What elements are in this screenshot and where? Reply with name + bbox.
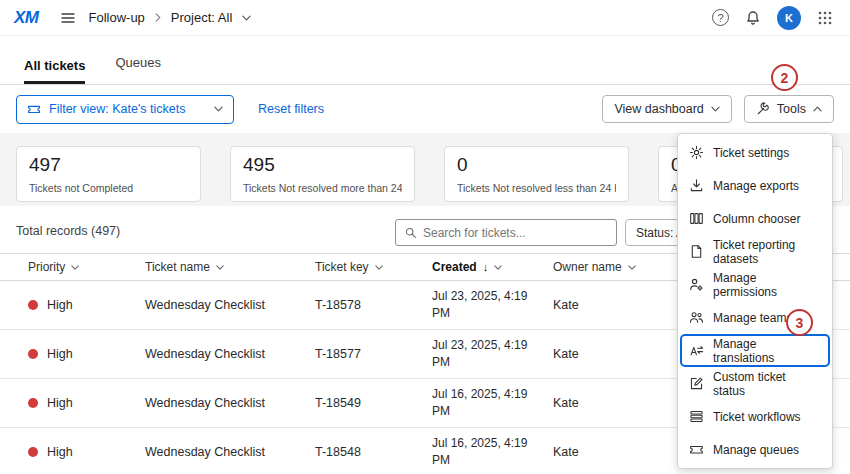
topbar: XM Follow-up Project: All ? K bbox=[0, 0, 850, 36]
gear-icon bbox=[689, 145, 704, 160]
priority-high-dot bbox=[28, 398, 38, 408]
menu-item-label: Ticket reporting datasets bbox=[713, 238, 821, 266]
chevron-up-icon bbox=[813, 106, 822, 112]
search-icon bbox=[404, 226, 417, 239]
created-cell: Jul 23, 2025, 4:19 PM bbox=[432, 288, 538, 322]
stat-label: Tickets Not resolved less than 24 hours bbox=[457, 182, 616, 194]
notifications-bell-icon[interactable] bbox=[742, 7, 764, 29]
tools-button[interactable]: Tools bbox=[744, 95, 834, 123]
menu-item-manage-translations[interactable]: Manage translations bbox=[680, 334, 830, 367]
priority-high-dot bbox=[28, 447, 38, 457]
menu-item-manage-exports[interactable]: Manage exports bbox=[678, 169, 832, 202]
user-avatar[interactable]: K bbox=[777, 6, 801, 30]
created-cell: Jul 23, 2025, 4:19 PM bbox=[432, 337, 538, 371]
menu-item-label: Manage teams bbox=[713, 311, 792, 325]
chevron-down-icon bbox=[494, 265, 502, 270]
column-label: Created bbox=[432, 260, 477, 274]
view-dashboard-button[interactable]: View dashboard bbox=[602, 95, 731, 123]
view-dashboard-label: View dashboard bbox=[614, 102, 703, 116]
chevron-down-icon bbox=[71, 265, 79, 270]
column-header-priority[interactable]: Priority bbox=[28, 260, 145, 274]
search-box bbox=[395, 219, 617, 246]
column-header-created[interactable]: Created ↓ bbox=[432, 260, 553, 274]
menu-item-ticket-reporting-datasets[interactable]: Ticket reporting datasets bbox=[678, 235, 832, 268]
chevron-down-icon bbox=[375, 265, 383, 270]
menu-item-label: Manage translations bbox=[713, 337, 821, 365]
annotation-step-3: 3 bbox=[786, 309, 813, 336]
priority-value: High bbox=[47, 445, 73, 459]
menu-item-label: Custom ticket status bbox=[713, 370, 821, 398]
chevron-down-icon bbox=[628, 265, 636, 270]
chevron-down-icon bbox=[216, 265, 224, 270]
column-header-ticket-name[interactable]: Ticket name bbox=[145, 260, 315, 274]
ticketing-app: XM Follow-up Project: All ? K bbox=[0, 0, 850, 474]
document-icon bbox=[689, 244, 704, 259]
priority-value: High bbox=[47, 298, 73, 312]
stat-card-not-resolved-more-24h: 495 Tickets Not resolved more than 24 ho… bbox=[230, 146, 415, 202]
menu-item-column-chooser[interactable]: Column chooser bbox=[678, 202, 832, 235]
chevron-down-icon bbox=[214, 106, 223, 112]
tools-label: Tools bbox=[777, 102, 806, 116]
tab-all-tickets[interactable]: All tickets bbox=[24, 58, 85, 84]
breadcrumb-project-selector[interactable]: Project: All bbox=[171, 10, 232, 25]
help-icon[interactable]: ? bbox=[712, 9, 729, 26]
stat-value: 497 bbox=[29, 154, 188, 176]
menu-item-manage-queues[interactable]: Manage queues bbox=[678, 433, 832, 466]
column-label: Ticket key bbox=[315, 260, 369, 274]
stat-value: 0 bbox=[457, 154, 616, 176]
created-cell: Jul 16, 2025, 4:19 PM bbox=[432, 435, 538, 469]
menu-item-label: Ticket workflows bbox=[713, 410, 801, 424]
filter-view-dropdown[interactable]: Filter view: Kate's tickets bbox=[16, 95, 234, 124]
edit-icon bbox=[689, 376, 704, 391]
created-cell: Jul 16, 2025, 4:19 PM bbox=[432, 386, 538, 420]
menu-item-label: Column chooser bbox=[713, 212, 800, 226]
menu-item-manage-permissions[interactable]: Manage permissions bbox=[678, 268, 832, 301]
download-icon bbox=[689, 178, 704, 193]
menu-item-label: Ticket settings bbox=[713, 146, 789, 160]
breadcrumb-app[interactable]: Follow-up bbox=[89, 10, 145, 25]
stat-label: Tickets Not resolved more than 24 ho... bbox=[243, 182, 402, 194]
ticket-name-cell: Wednesday Checklist bbox=[145, 298, 315, 312]
tab-queues-label: Queues bbox=[115, 55, 161, 70]
total-records-label: Total records (497) bbox=[16, 224, 120, 238]
filter-row: Filter view: Kate's tickets Reset filter… bbox=[0, 85, 850, 133]
priority-high-dot bbox=[28, 300, 38, 310]
stat-value: 495 bbox=[243, 154, 402, 176]
reset-filters-link[interactable]: Reset filters bbox=[258, 102, 324, 116]
menu-item-ticket-workflows[interactable]: Ticket workflows bbox=[678, 400, 832, 433]
ticket-key-cell: T-18549 bbox=[315, 396, 432, 410]
ticket-name-cell: Wednesday Checklist bbox=[145, 396, 315, 410]
tab-queues[interactable]: Queues bbox=[115, 55, 161, 84]
column-label: Priority bbox=[28, 260, 65, 274]
apps-grid-icon[interactable] bbox=[814, 7, 836, 29]
ticket-key-cell: T-18578 bbox=[315, 298, 432, 312]
priority-value: High bbox=[47, 347, 73, 361]
column-header-ticket-key[interactable]: Ticket key bbox=[315, 260, 432, 274]
menu-item-label: Manage permissions bbox=[713, 271, 821, 299]
menu-item-custom-ticket-status[interactable]: Custom ticket status bbox=[678, 367, 832, 400]
menu-item-ticket-settings[interactable]: Ticket settings bbox=[678, 136, 832, 169]
tabs-bar: All tickets Queues bbox=[0, 36, 850, 85]
columns-icon bbox=[689, 211, 704, 226]
stack-icon bbox=[689, 409, 704, 424]
people-icon bbox=[689, 310, 704, 325]
ticket-name-cell: Wednesday Checklist bbox=[145, 445, 315, 459]
priority-cell: High bbox=[28, 347, 145, 361]
priority-cell: High bbox=[28, 445, 145, 459]
tools-dropdown-menu: Ticket settings Manage exports Column ch… bbox=[677, 133, 833, 469]
column-label: Ticket name bbox=[145, 260, 210, 274]
chevron-down-icon bbox=[242, 15, 251, 21]
ticket-key-cell: T-18577 bbox=[315, 347, 432, 361]
ticket-key-cell: T-18548 bbox=[315, 445, 432, 459]
filter-view-label: Filter view: Kate's tickets bbox=[49, 102, 185, 116]
ticket-icon bbox=[27, 102, 41, 116]
hamburger-menu-icon[interactable] bbox=[57, 7, 79, 29]
breadcrumb-separator-icon bbox=[155, 13, 161, 22]
column-label: Owner name bbox=[553, 260, 622, 274]
priority-cell: High bbox=[28, 396, 145, 410]
search-input[interactable] bbox=[423, 226, 608, 240]
wrench-icon bbox=[756, 102, 770, 116]
person-gear-icon bbox=[689, 277, 704, 292]
ticket-icon bbox=[689, 442, 704, 457]
translate-icon bbox=[689, 343, 704, 358]
